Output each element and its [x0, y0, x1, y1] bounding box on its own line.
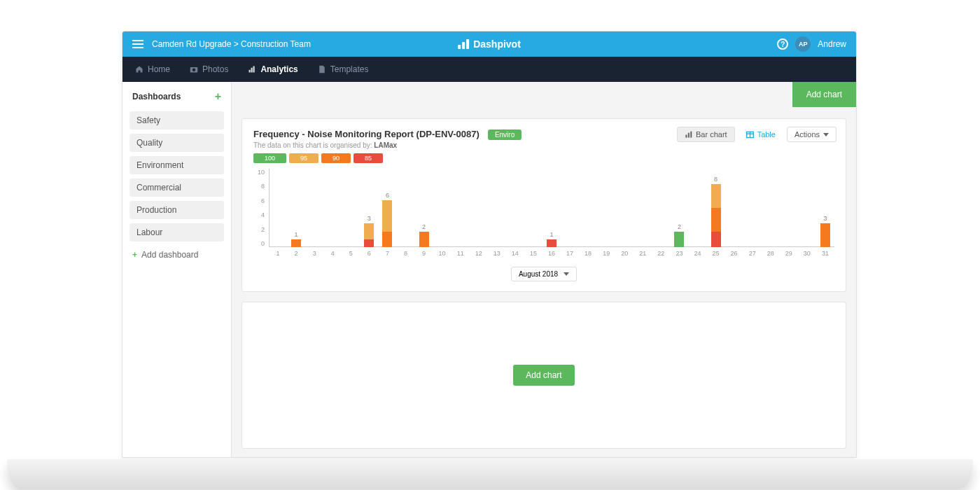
bar-column [688, 169, 706, 247]
sidebar-item-safety[interactable]: Safety [130, 111, 224, 130]
svg-point-1 [192, 69, 196, 72]
sidebar-item-environment[interactable]: Environment [130, 156, 224, 174]
bar-column [305, 169, 323, 247]
bar-column: 2 [415, 169, 433, 247]
x-tick: 21 [634, 250, 652, 260]
sidebar-item-labour[interactable]: Labour [130, 223, 224, 241]
x-tick: 3 [305, 250, 323, 260]
sidebar-plus-icon[interactable]: + [215, 90, 221, 103]
table-label: Table [757, 130, 776, 139]
x-tick: 23 [670, 250, 688, 260]
bar-column [615, 169, 634, 247]
sidebar-item-quality[interactable]: Quality [130, 134, 224, 152]
bar-segment [382, 200, 392, 232]
bar-column [597, 169, 615, 247]
chart-sub-value: LAMax [374, 141, 397, 149]
topbar-right: ? AP Andrew [777, 36, 846, 52]
bar-chart-toggle[interactable]: Bar chart [677, 127, 735, 142]
breadcrumb[interactable]: Camden Rd Upgrade > Construction Team [152, 39, 311, 49]
bar-column [725, 169, 743, 247]
chart-icon [248, 65, 256, 74]
bar-value-label: 2 [422, 223, 426, 230]
bar-column [396, 169, 414, 247]
sidebar-item-production[interactable]: Production [130, 201, 224, 219]
navbar: Home Photos Analytics Templates [122, 57, 856, 82]
add-dashboard[interactable]: + Add dashboard [130, 246, 224, 264]
chart-title: Frequency - Noise Monitoring Report (DP-… [253, 129, 479, 139]
x-tick: 2 [287, 250, 305, 260]
nav-templates[interactable]: Templates [318, 64, 369, 74]
bar-segment [364, 223, 374, 239]
bar-column [488, 169, 506, 247]
x-tick: 8 [396, 250, 414, 260]
help-icon[interactable]: ? [777, 38, 788, 50]
x-tick: 19 [597, 250, 615, 260]
bar-column [652, 169, 670, 247]
sidebar-item-commercial[interactable]: Commercial [130, 178, 224, 197]
svg-rect-7 [690, 131, 692, 137]
x-tick: 20 [615, 250, 634, 260]
avatar[interactable]: AP [795, 36, 811, 52]
app-window: Camden Rd Upgrade > Construction Team Da… [122, 31, 857, 458]
x-tick: 7 [378, 250, 396, 260]
legend: 100959085 [253, 153, 834, 163]
nav-photos[interactable]: Photos [190, 64, 228, 74]
x-tick: 30 [798, 250, 816, 260]
y-tick: 2 [253, 226, 265, 233]
y-tick: 6 [253, 197, 265, 204]
x-tick: 27 [743, 250, 762, 260]
bar-column: 3 [360, 169, 378, 247]
y-tick: 8 [253, 183, 265, 190]
menu-icon[interactable] [132, 40, 144, 48]
legend-item: 95 [289, 153, 318, 163]
bar-column: 8 [707, 169, 725, 247]
bar-column [433, 169, 451, 247]
bar-column: 1 [287, 169, 305, 247]
nav-home[interactable]: Home [135, 64, 170, 74]
brand-name: Dashpivot [473, 38, 521, 50]
bar-column [323, 169, 342, 247]
table-toggle[interactable]: Table [739, 127, 783, 141]
add-chart-button-center[interactable]: Add chart [513, 365, 574, 386]
x-tick: 22 [652, 250, 670, 260]
y-tick: 10 [253, 169, 265, 176]
plus-icon: + [132, 250, 137, 260]
x-tick: 13 [488, 250, 506, 260]
bar-column [780, 169, 798, 247]
x-tick: 4 [323, 250, 342, 260]
bar-segment [674, 232, 684, 247]
user-name[interactable]: Andrew [818, 39, 846, 49]
caret-down-icon [823, 133, 829, 136]
camera-icon [190, 65, 198, 74]
bar-chart-icon [685, 131, 692, 139]
bar-value-label: 3 [368, 215, 371, 222]
bar-segment [711, 232, 721, 247]
actions-dropdown[interactable]: Actions [787, 127, 836, 142]
bar-value-label: 1 [550, 231, 553, 238]
x-tick: 6 [360, 250, 378, 260]
x-tick: 15 [524, 250, 542, 260]
sidebar-title: Dashboards [132, 92, 181, 102]
body: Dashboards + SafetyQualityEnvironmentCom… [122, 82, 856, 457]
nav-analytics[interactable]: Analytics [248, 64, 298, 74]
bar-column [342, 169, 360, 247]
x-tick: 5 [342, 250, 360, 260]
nav-analytics-label: Analytics [260, 64, 298, 74]
chart-sub-prefix: The data on this chart is organised by: [253, 141, 374, 149]
add-chart-button-top[interactable]: Add chart [792, 82, 856, 107]
bar-column [579, 169, 597, 247]
month-selector[interactable]: August 2018 [511, 267, 577, 281]
legend-item: 90 [321, 153, 351, 163]
category-badge: Enviro [488, 130, 522, 140]
x-tick: 12 [470, 250, 488, 260]
chart-area: 1086420 13621283 12345678910111213141516… [266, 169, 834, 260]
x-tick: 31 [816, 250, 834, 260]
caret-down-icon [564, 272, 569, 276]
x-tick: 17 [561, 250, 579, 260]
svg-rect-6 [688, 132, 690, 137]
x-tick: 18 [579, 250, 597, 260]
actions-label: Actions [794, 130, 820, 139]
bar-column [470, 169, 488, 247]
bar-segment [820, 223, 830, 247]
legend-item: 85 [354, 153, 383, 163]
